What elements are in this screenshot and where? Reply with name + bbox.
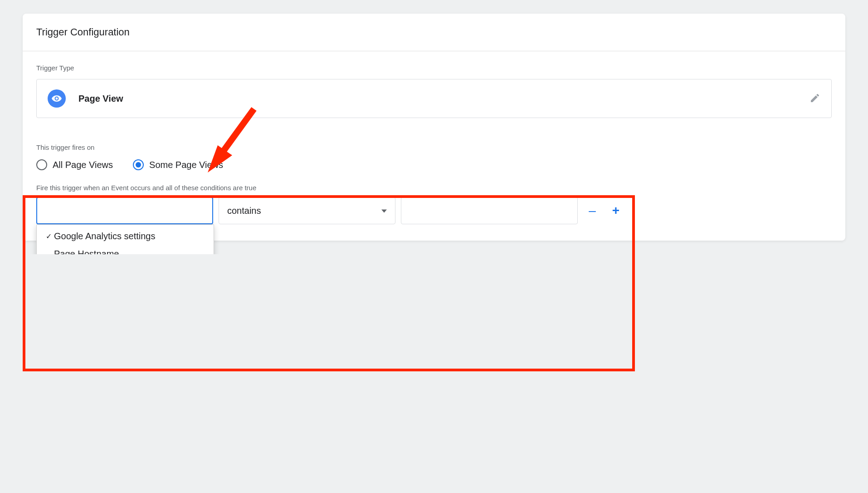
- dropdown-item-page-hostname[interactable]: Page Hostname: [37, 245, 214, 254]
- trigger-type-label: Trigger Type: [36, 64, 832, 72]
- fires-on-section: This trigger fires on All Page Views Som…: [23, 131, 845, 170]
- trigger-type-section: Trigger Type Page View: [23, 51, 845, 131]
- edit-trigger-type-button[interactable]: [809, 93, 820, 105]
- radio-label: All Page Views: [53, 160, 113, 170]
- dropdown-item-label: Google Analytics settings: [54, 231, 155, 242]
- card-title: Trigger Configuration: [36, 26, 832, 38]
- condition-row: ✓ Google Analytics settings Page Hostnam…: [36, 197, 832, 224]
- conditions-section: Fire this trigger when an Event occurs a…: [23, 184, 845, 241]
- card-header: Trigger Configuration: [23, 14, 845, 51]
- radio-label: Some Page Views: [149, 160, 223, 170]
- pencil-icon: [809, 93, 820, 104]
- condition-value-input[interactable]: [401, 197, 578, 224]
- operator-select[interactable]: contains: [219, 197, 395, 224]
- dropdown-item-google-analytics-settings[interactable]: ✓ Google Analytics settings: [37, 227, 214, 245]
- conditions-label: Fire this trigger when an Event occurs a…: [36, 184, 832, 192]
- minus-icon: –: [589, 203, 596, 218]
- caret-down-icon: [381, 206, 387, 216]
- variable-select[interactable]: ✓ Google Analytics settings Page Hostnam…: [36, 197, 213, 224]
- trigger-config-card: Trigger Configuration Trigger Type Page …: [23, 14, 845, 241]
- plus-icon: +: [612, 203, 619, 218]
- fires-on-radio-group: All Page Views Some Page Views: [36, 159, 832, 170]
- check-icon: ✓: [43, 232, 54, 241]
- radio-all-page-views[interactable]: All Page Views: [36, 159, 113, 170]
- operator-select-value: contains: [227, 206, 261, 216]
- variable-dropdown: ✓ Google Analytics settings Page Hostnam…: [36, 224, 214, 254]
- page-view-icon: [48, 89, 66, 108]
- radio-icon: [36, 159, 47, 170]
- add-condition-button[interactable]: +: [607, 202, 625, 220]
- remove-condition-button[interactable]: –: [583, 202, 601, 220]
- dropdown-item-label: Page Hostname: [54, 249, 119, 254]
- radio-some-page-views[interactable]: Some Page Views: [133, 159, 223, 170]
- trigger-type-row[interactable]: Page View: [36, 79, 832, 118]
- fires-on-label: This trigger fires on: [36, 143, 832, 151]
- radio-icon: [133, 159, 144, 170]
- trigger-type-name: Page View: [78, 94, 809, 104]
